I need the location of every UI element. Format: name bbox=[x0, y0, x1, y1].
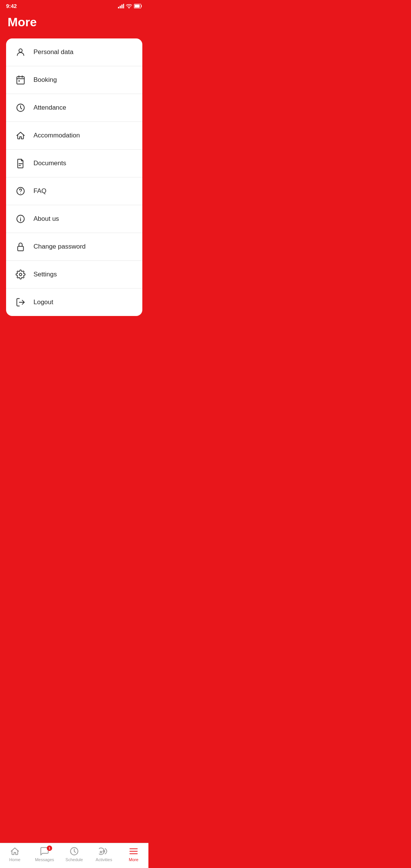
documents-label: Documents bbox=[33, 160, 66, 167]
svg-rect-1 bbox=[120, 6, 121, 8]
calendar-icon bbox=[14, 73, 27, 87]
menu-item-attendance[interactable]: Attendance bbox=[6, 94, 142, 122]
menu-item-logout[interactable]: Logout bbox=[6, 289, 142, 316]
menu-card: Personal data Booking bbox=[6, 38, 142, 316]
question-icon bbox=[14, 184, 27, 198]
status-bar: 9:42 bbox=[0, 0, 148, 11]
clock-icon bbox=[14, 101, 27, 115]
document-icon bbox=[14, 156, 27, 170]
menu-item-accommodation[interactable]: Accommodation bbox=[6, 122, 142, 150]
faq-label: FAQ bbox=[33, 187, 46, 195]
svg-rect-12 bbox=[19, 80, 20, 81]
change-password-label: Change password bbox=[33, 243, 86, 251]
person-icon bbox=[14, 45, 27, 59]
svg-rect-21 bbox=[18, 246, 23, 251]
menu-item-booking[interactable]: Booking bbox=[6, 66, 142, 94]
signal-icon bbox=[118, 4, 124, 8]
settings-label: Settings bbox=[33, 271, 57, 278]
wifi-icon bbox=[126, 4, 132, 8]
page-title: More bbox=[0, 11, 148, 38]
menu-item-personal-data[interactable]: Personal data bbox=[6, 38, 142, 66]
menu-item-faq[interactable]: FAQ bbox=[6, 177, 142, 205]
svg-rect-2 bbox=[121, 5, 123, 8]
svg-rect-6 bbox=[135, 5, 140, 8]
attendance-label: Attendance bbox=[33, 104, 66, 112]
booking-label: Booking bbox=[33, 76, 57, 84]
svg-rect-8 bbox=[17, 77, 24, 84]
settings-icon bbox=[14, 268, 27, 281]
status-time: 9:42 bbox=[6, 3, 17, 9]
menu-item-change-password[interactable]: Change password bbox=[6, 233, 142, 261]
svg-point-7 bbox=[19, 49, 22, 52]
accommodation-label: Accommodation bbox=[33, 132, 80, 139]
about-us-label: About us bbox=[33, 215, 59, 223]
lock-icon bbox=[14, 240, 27, 254]
info-icon bbox=[14, 212, 27, 226]
menu-item-about-us[interactable]: About us bbox=[6, 205, 142, 233]
svg-rect-3 bbox=[123, 4, 124, 8]
logout-label: Logout bbox=[33, 298, 53, 306]
svg-point-17 bbox=[20, 193, 21, 194]
menu-item-settings[interactable]: Settings bbox=[6, 261, 142, 289]
status-icons bbox=[118, 4, 142, 8]
menu-item-documents[interactable]: Documents bbox=[6, 150, 142, 177]
svg-rect-0 bbox=[118, 7, 119, 8]
personal-data-label: Personal data bbox=[33, 48, 73, 56]
svg-point-4 bbox=[129, 8, 129, 8]
logout-icon bbox=[14, 295, 27, 309]
svg-point-20 bbox=[20, 217, 21, 218]
battery-icon bbox=[134, 4, 142, 8]
home-icon bbox=[14, 129, 27, 142]
svg-point-22 bbox=[19, 273, 22, 276]
